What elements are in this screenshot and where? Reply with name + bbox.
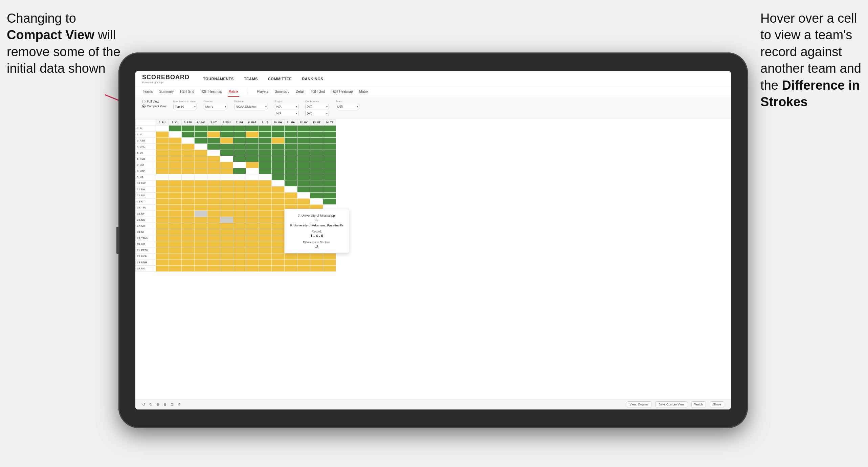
matrix-cell-22-1[interactable] xyxy=(169,260,182,266)
matrix-cell-15-9[interactable] xyxy=(272,217,285,223)
matrix-cell-11-4[interactable] xyxy=(207,193,220,199)
nav-committee[interactable]: COMMITTEE xyxy=(268,75,292,82)
matrix-cell-5-10[interactable] xyxy=(285,156,297,162)
toolbar-icon-3[interactable]: ⊕ xyxy=(156,402,159,407)
matrix-cell-10-1[interactable] xyxy=(169,186,182,193)
matrix-cell-18-5[interactable] xyxy=(220,235,233,241)
matrix-cell-8-4[interactable] xyxy=(207,174,220,180)
matrix-cell-14-7[interactable] xyxy=(246,211,259,217)
matrix-cell-7-2[interactable] xyxy=(182,168,195,174)
matrix-cell-20-5[interactable] xyxy=(220,247,233,253)
matrix-cell-18-4[interactable] xyxy=(207,235,220,241)
sub-nav-h2h-heatmap-right[interactable]: H2H Heatmap xyxy=(331,87,353,97)
matrix-cell-3-7[interactable] xyxy=(246,144,259,150)
matrix-cell-8-3[interactable] xyxy=(195,174,207,180)
sub-nav-summary-left[interactable]: Summary xyxy=(158,87,174,97)
matrix-cell-22-2[interactable] xyxy=(182,260,195,266)
matrix-cell-16-5[interactable] xyxy=(220,223,233,229)
matrix-cell-3-11[interactable] xyxy=(297,144,310,150)
matrix-cell-23-3[interactable] xyxy=(195,266,207,272)
matrix-cell-12-0[interactable] xyxy=(156,199,169,205)
matrix-cell-23-7[interactable] xyxy=(246,266,259,272)
matrix-cell-3-3[interactable] xyxy=(195,144,207,150)
matrix-cell-5-5[interactable] xyxy=(220,156,233,162)
matrix-cell-0-12[interactable] xyxy=(310,126,323,132)
matrix-cell-23-12[interactable] xyxy=(310,266,323,272)
matrix-cell-16-2[interactable] xyxy=(182,223,195,229)
radio-full-view[interactable]: Full View xyxy=(142,100,166,103)
matrix-cell-16-1[interactable] xyxy=(169,223,182,229)
toolbar-undo-icon[interactable]: ↺ xyxy=(142,402,145,407)
matrix-cell-8-0[interactable] xyxy=(156,174,169,180)
matrix-cell-13-6[interactable] xyxy=(233,205,246,211)
matrix-cell-21-11[interactable] xyxy=(297,253,310,260)
matrix-cell-2-11[interactable] xyxy=(297,138,310,144)
matrix-cell-1-1[interactable] xyxy=(169,132,182,138)
matrix-cell-20-7[interactable] xyxy=(246,247,259,253)
matrix-cell-14-9[interactable] xyxy=(272,211,285,217)
matrix-cell-22-5[interactable] xyxy=(220,260,233,266)
matrix-cell-0-0[interactable] xyxy=(156,126,169,132)
matrix-cell-4-7[interactable] xyxy=(246,150,259,156)
toolbar-save-custom-btn[interactable]: Save Custom View xyxy=(655,401,687,407)
matrix-cell-14-8[interactable] xyxy=(259,211,272,217)
matrix-cell-11-9[interactable] xyxy=(272,193,285,199)
filter-division-select[interactable]: NCAA Division I xyxy=(234,104,268,109)
matrix-cell-17-5[interactable] xyxy=(220,229,233,235)
matrix-cell-12-1[interactable] xyxy=(169,199,182,205)
matrix-cell-21-2[interactable] xyxy=(182,253,195,260)
matrix-cell-6-13[interactable] xyxy=(323,162,336,168)
matrix-cell-18-6[interactable] xyxy=(233,235,246,241)
toolbar-view-original-btn[interactable]: View: Original xyxy=(627,401,651,407)
matrix-cell-21-3[interactable] xyxy=(195,253,207,260)
matrix-cell-23-13[interactable] xyxy=(323,266,336,272)
matrix-cell-10-2[interactable] xyxy=(182,186,195,193)
matrix-cell-0-6[interactable] xyxy=(233,126,246,132)
matrix-cell-5-8[interactable] xyxy=(259,156,272,162)
matrix-cell-1-13[interactable] xyxy=(323,132,336,138)
matrix-cell-4-4[interactable] xyxy=(207,150,220,156)
matrix-cell-4-2[interactable] xyxy=(182,150,195,156)
matrix-cell-2-5[interactable] xyxy=(220,138,233,144)
matrix-cell-8-10[interactable] xyxy=(285,174,297,180)
matrix-cell-12-2[interactable] xyxy=(182,199,195,205)
matrix-cell-12-9[interactable] xyxy=(272,199,285,205)
matrix-cell-11-3[interactable] xyxy=(195,193,207,199)
matrix-cell-4-1[interactable] xyxy=(169,150,182,156)
matrix-cell-15-7[interactable] xyxy=(246,217,259,223)
matrix-cell-0-4[interactable] xyxy=(207,126,220,132)
matrix-cell-6-10[interactable] xyxy=(285,162,297,168)
matrix-cell-1-3[interactable] xyxy=(195,132,207,138)
matrix-cell-9-0[interactable] xyxy=(156,180,169,186)
matrix-cell-15-5[interactable] xyxy=(220,217,233,223)
matrix-cell-21-1[interactable] xyxy=(169,253,182,260)
matrix-cell-15-4[interactable] xyxy=(207,217,220,223)
matrix-cell-20-3[interactable] xyxy=(195,247,207,253)
matrix-cell-12-3[interactable] xyxy=(195,199,207,205)
matrix-cell-4-13[interactable] xyxy=(323,150,336,156)
matrix-cell-3-2[interactable] xyxy=(182,144,195,150)
nav-rankings[interactable]: RANKINGS xyxy=(302,75,323,82)
matrix-cell-17-1[interactable] xyxy=(169,229,182,235)
matrix-cell-7-3[interactable] xyxy=(195,168,207,174)
matrix-cell-6-5[interactable] xyxy=(220,162,233,168)
matrix-cell-7-0[interactable] xyxy=(156,168,169,174)
matrix-cell-8-5[interactable] xyxy=(220,174,233,180)
matrix-cell-14-6[interactable] xyxy=(233,211,246,217)
matrix-cell-7-8[interactable] xyxy=(259,168,272,174)
matrix-cell-1-0[interactable] xyxy=(156,132,169,138)
filter-conference-select-1[interactable]: (All) xyxy=(305,104,329,109)
matrix-area[interactable]: 1. AU2. VU3. ASU4. UNC5. UT6. FSU7. UM8.… xyxy=(135,119,731,272)
matrix-cell-11-12[interactable] xyxy=(310,193,323,199)
matrix-cell-19-7[interactable] xyxy=(246,241,259,247)
matrix-cell-1-6[interactable] xyxy=(233,132,246,138)
matrix-cell-12-10[interactable] xyxy=(285,199,297,205)
matrix-cell-20-9[interactable] xyxy=(272,247,285,253)
matrix-cell-14-3[interactable] xyxy=(195,211,207,217)
matrix-cell-13-1[interactable] xyxy=(169,205,182,211)
matrix-cell-9-7[interactable] xyxy=(246,180,259,186)
matrix-cell-6-4[interactable] xyxy=(207,162,220,168)
matrix-cell-5-0[interactable] xyxy=(156,156,169,162)
matrix-cell-23-1[interactable] xyxy=(169,266,182,272)
matrix-cell-21-5[interactable] xyxy=(220,253,233,260)
